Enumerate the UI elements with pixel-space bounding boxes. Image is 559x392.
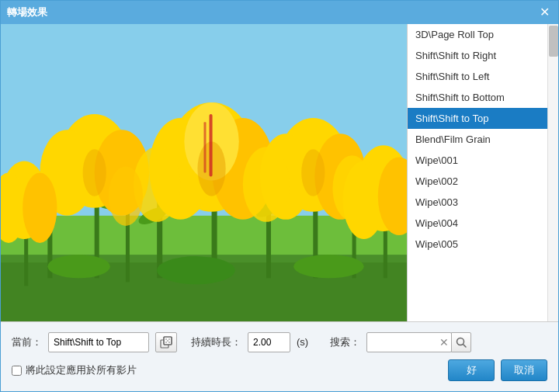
- controls-row: 當前： 持續時長： (s) 搜索：: [12, 332, 547, 352]
- window-title: 轉場效果: [7, 5, 47, 19]
- list-item-shift-top[interactable]: Shift\Shift to Top: [408, 108, 547, 129]
- svg-point-37: [301, 149, 325, 196]
- list-item-wipe-004[interactable]: Wipe\004: [408, 213, 547, 234]
- search-button[interactable]: [451, 332, 471, 352]
- svg-rect-2: [1, 216, 407, 255]
- current-value-input[interactable]: [48, 332, 149, 352]
- close-button[interactable]: ✕: [536, 5, 552, 20]
- duration-label: 持續時長：: [191, 335, 241, 349]
- main-area: 3D\Page Roll Top Shift\Shift to Right Sh…: [1, 24, 558, 321]
- list-scrollbar[interactable]: [547, 24, 558, 321]
- preview-area: [1, 24, 407, 321]
- svg-point-41: [243, 147, 290, 222]
- svg-point-51: [165, 338, 167, 340]
- svg-point-31: [23, 173, 57, 244]
- search-icon: [456, 337, 467, 348]
- svg-point-53: [165, 342, 167, 343]
- svg-point-43: [332, 155, 371, 220]
- list-item-shift-left[interactable]: Shift\Shift to Left: [408, 66, 547, 87]
- apply-all-label[interactable]: 將此設定應用於所有影片: [26, 363, 137, 377]
- svg-rect-39: [204, 122, 207, 172]
- svg-line-57: [464, 344, 467, 347]
- list-item-wipe-003[interactable]: Wipe\003: [408, 192, 547, 213]
- title-bar: 轉場效果 ✕: [1, 1, 558, 24]
- current-label: 當前：: [12, 335, 42, 349]
- svg-point-47: [293, 255, 364, 278]
- main-window: 轉場效果 ✕: [0, 0, 559, 392]
- effects-list-panel: 3D\Page Roll Top Shift\Shift to Right Sh…: [407, 24, 558, 321]
- svg-point-52: [168, 338, 170, 340]
- unit-label: (s): [297, 336, 308, 348]
- list-item-wipe-005[interactable]: Wipe\005: [408, 234, 547, 255]
- preview-image: [1, 24, 407, 321]
- search-input-wrapper: ✕: [366, 332, 471, 352]
- list-item-3d-page-roll-top[interactable]: 3D\Page Roll Top: [408, 24, 547, 45]
- svg-point-36: [83, 149, 106, 196]
- bottom-bar: 當前： 持續時長： (s) 搜索：: [1, 321, 558, 391]
- svg-point-42: [109, 166, 143, 225]
- svg-rect-38: [210, 114, 213, 176]
- list-item-shift-right[interactable]: Shift\Shift to Right: [408, 45, 547, 66]
- list-item-blend-film-grain[interactable]: Blend\Film Grain: [408, 129, 547, 150]
- apply-all-checkbox[interactable]: [12, 366, 22, 376]
- duration-input[interactable]: [248, 332, 290, 352]
- ok-button[interactable]: 好: [448, 359, 495, 381]
- list-item-wipe-002[interactable]: Wipe\002: [408, 171, 547, 192]
- svg-point-55: [167, 340, 168, 342]
- cancel-button[interactable]: 取消: [501, 359, 547, 381]
- effects-list: 3D\Page Roll Top Shift\Shift to Right Sh…: [408, 24, 558, 321]
- search-label: 搜索：: [330, 335, 360, 349]
- svg-point-54: [168, 342, 170, 343]
- apply-all-checkbox-area: 將此設定應用於所有影片: [12, 363, 137, 377]
- list-item-shift-bottom[interactable]: Shift\Shift to Bottom: [408, 87, 547, 108]
- apply-row: 將此設定應用於所有影片 好 取消: [12, 359, 547, 381]
- list-item-wipe-001[interactable]: Wipe\001: [408, 150, 547, 171]
- scrollbar-thumb[interactable]: [549, 26, 558, 57]
- cube-button[interactable]: [155, 332, 177, 352]
- cube-icon: [160, 336, 172, 349]
- svg-point-46: [157, 256, 235, 284]
- svg-point-45: [47, 255, 109, 278]
- action-buttons: 好 取消: [448, 359, 547, 381]
- clear-search-button[interactable]: ✕: [437, 335, 451, 349]
